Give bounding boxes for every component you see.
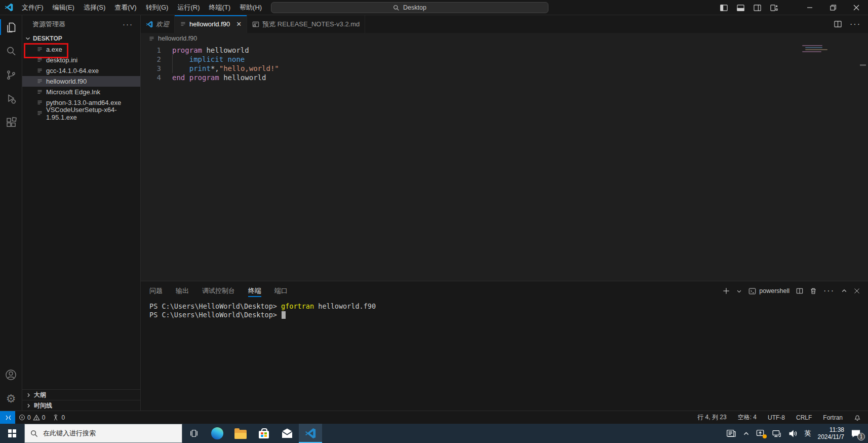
indentation-status[interactable]: 空格: 4: [738, 413, 757, 422]
file-row[interactable]: a.exe: [22, 44, 140, 55]
mail-button[interactable]: [275, 424, 299, 443]
menu-item-2[interactable]: 选择(S): [79, 0, 110, 15]
explorer-more-actions-icon[interactable]: ···: [123, 20, 133, 28]
panel-tab-端口[interactable]: 端口: [274, 281, 288, 301]
start-button[interactable]: [0, 424, 24, 443]
task-view-button[interactable]: [182, 424, 206, 443]
sync-status-icon[interactable]: [756, 429, 765, 437]
editor-tab-bar: 欢迎helloworld.f90✕预览 RELEASE_NOTES-v3.2.m…: [141, 15, 868, 33]
breadcrumb[interactable]: helloworld.f90: [141, 33, 868, 44]
terminal-instance-powershell[interactable]: powershell: [748, 287, 790, 295]
file-icon: [36, 67, 43, 74]
extensions-icon[interactable]: [0, 110, 22, 134]
vscode-logo-icon: [0, 3, 17, 12]
notifications-bell-icon[interactable]: [854, 414, 861, 421]
eol-status[interactable]: CRLF: [796, 414, 812, 421]
toggle-panel-icon[interactable]: [737, 4, 744, 12]
search-icon: [30, 430, 38, 437]
timeline-section[interactable]: 时间线: [22, 400, 140, 411]
code-editor[interactable]: 1program helloworld2 implicit none3 prin…: [141, 44, 868, 281]
file-explorer-button[interactable]: [229, 424, 252, 443]
toggle-secondary-sidebar-icon[interactable]: [754, 4, 761, 12]
action-center-button[interactable]: 1: [851, 429, 864, 438]
ime-indicator[interactable]: 英: [805, 429, 811, 438]
panel-tab-终端[interactable]: 终端: [248, 281, 261, 301]
panel-tab-调试控制台[interactable]: 调试控制台: [202, 281, 235, 301]
search-view-icon[interactable]: [0, 39, 22, 63]
widgets-news-icon[interactable]: [726, 429, 736, 438]
cursor-position-status[interactable]: 行 4, 列 23: [697, 413, 726, 422]
command-center-search[interactable]: Desktop: [271, 2, 548, 13]
menu-item-0[interactable]: 文件(F): [17, 0, 48, 15]
source-control-icon[interactable]: [0, 63, 22, 87]
maximize-panel-icon[interactable]: [841, 288, 847, 294]
edge-browser-button[interactable]: [206, 424, 229, 443]
split-editor-icon[interactable]: [834, 20, 842, 28]
file-row[interactable]: Microsoft Edge.lnk: [22, 87, 140, 97]
terminal-output[interactable]: PS C:\Users\HelloWorld\Desktop> gfortran…: [141, 301, 868, 411]
menu-item-3[interactable]: 查看(V): [110, 0, 141, 15]
close-panel-icon[interactable]: [854, 288, 860, 294]
encoding-status[interactable]: UTF-8: [768, 414, 785, 421]
terminal-dropdown-icon[interactable]: [736, 288, 742, 294]
network-icon[interactable]: [772, 429, 782, 438]
restore-button[interactable]: [821, 0, 845, 15]
new-terminal-icon[interactable]: [723, 287, 730, 294]
panel-tab-输出[interactable]: 输出: [176, 281, 189, 301]
clock-date: 2024/11/7: [818, 433, 845, 440]
code-line-3: 3 print*,"hello,world!": [141, 64, 868, 73]
close-tab-icon[interactable]: ✕: [236, 20, 242, 28]
tab-label: helloworld.f90: [189, 20, 230, 28]
problems-status[interactable]: 0 0: [15, 411, 49, 424]
explorer-icon[interactable]: [0, 15, 22, 39]
panel-tab-问题[interactable]: 问题: [149, 281, 163, 301]
outline-section[interactable]: 大纲: [22, 389, 140, 400]
language-mode-status[interactable]: Fortran: [823, 414, 843, 421]
panel-more-actions-icon[interactable]: ···: [823, 286, 835, 296]
minimap[interactable]: [802, 45, 825, 53]
file-icon: [36, 78, 43, 85]
minimize-button[interactable]: [798, 0, 821, 15]
file-row[interactable]: gcc-14.1.0-64.exe: [22, 65, 140, 76]
menu-item-5[interactable]: 运行(R): [173, 0, 204, 15]
menu-item-4[interactable]: 转到(G): [141, 0, 173, 15]
store-icon: [259, 431, 269, 438]
kill-terminal-trash-icon[interactable]: [810, 287, 817, 294]
clock[interactable]: 11:38 2024/11/7: [818, 426, 845, 440]
folder-root-desktop[interactable]: DESKTOP: [22, 33, 140, 44]
close-window-button[interactable]: [845, 0, 868, 15]
split-terminal-icon[interactable]: [796, 287, 803, 294]
run-debug-icon[interactable]: [0, 87, 22, 110]
editor-more-actions-icon[interactable]: ···: [850, 20, 861, 29]
taskbar-search-box[interactable]: 在此键入进行搜索: [24, 424, 182, 443]
clock-time: 11:38: [818, 426, 845, 433]
breadcrumb-filename: helloworld.f90: [158, 35, 197, 42]
menu-item-6[interactable]: 终端(T): [204, 0, 235, 15]
file-label: gcc-14.1.0-64.exe: [46, 67, 99, 75]
account-icon[interactable]: [0, 363, 22, 387]
powershell-label: powershell: [759, 287, 790, 294]
file-row[interactable]: desktop.ini: [22, 55, 140, 65]
settings-gear-icon[interactable]: ⚙: [0, 387, 22, 411]
notification-badge: 1: [857, 433, 865, 440]
chevron-down-icon: [24, 35, 31, 42]
file-row[interactable]: VSCodeUserSetup-x64-1.95.1.exe: [22, 108, 140, 119]
customize-layout-icon[interactable]: [770, 4, 778, 12]
file-icon: [36, 110, 43, 117]
tab-helloworld.f90[interactable]: helloworld.f90✕: [175, 15, 247, 33]
remote-indicator[interactable]: [0, 411, 15, 424]
vscode-taskbar-button[interactable]: [299, 424, 322, 443]
menu-item-7[interactable]: 帮助(H): [235, 0, 266, 15]
menu-item-1[interactable]: 编辑(E): [48, 0, 79, 15]
file-explorer-icon: [234, 430, 247, 439]
file-row[interactable]: helloworld.f90: [22, 76, 140, 87]
file-icon: [36, 89, 43, 95]
toggle-sidebar-icon[interactable]: [720, 4, 728, 12]
tab-欢迎[interactable]: 欢迎: [141, 15, 175, 33]
vscode-window: 文件(F)编辑(E)选择(S)查看(V)转到(G)运行(R)终端(T)帮助(H)…: [0, 0, 868, 443]
show-hidden-icons-chevron[interactable]: [743, 430, 749, 437]
microsoft-store-button[interactable]: [252, 424, 275, 443]
volume-icon[interactable]: [788, 429, 798, 438]
tab-预览 RELEASE_NOTES-v3.2.md[interactable]: 预览 RELEASE_NOTES-v3.2.md: [247, 15, 365, 33]
ports-status[interactable]: 0: [49, 411, 68, 424]
